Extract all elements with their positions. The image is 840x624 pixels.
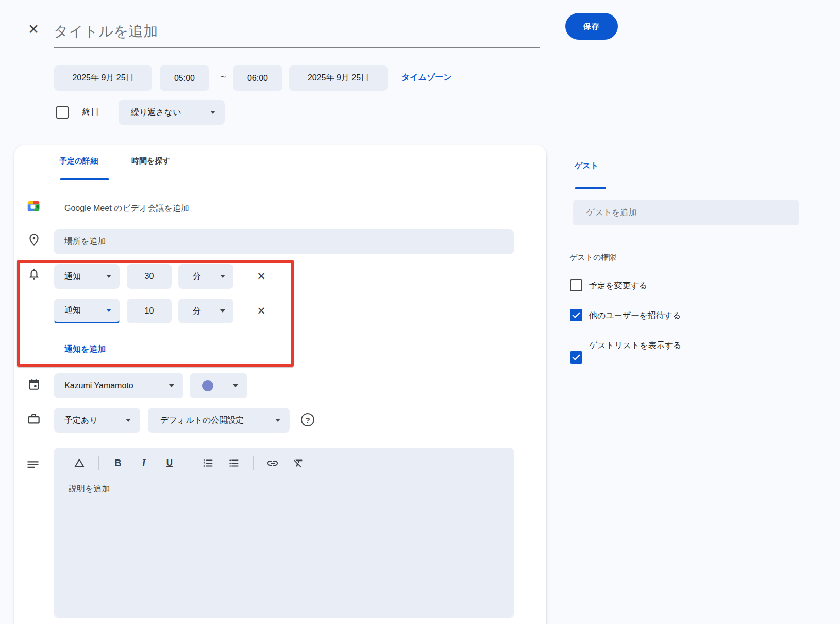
save-button-label: 保存 [583, 22, 600, 31]
start-date-value: 2025年 9月 25日 [72, 73, 133, 84]
all-day-label: 終日 [82, 107, 99, 118]
close-icon: ✕ [28, 21, 40, 38]
notification-type-dropdown-1[interactable]: 通知 [54, 264, 120, 289]
numbered-list-icon[interactable] [201, 456, 215, 470]
time-range-separator: ~ [213, 71, 233, 83]
remove-notification-icon: ✕ [257, 305, 266, 317]
calendar-owner-value: Kazumi Yamamoto [64, 381, 133, 390]
event-color-swatch-lavender [202, 380, 213, 391]
tab-find-a-time[interactable]: 時間を探す [131, 156, 171, 166]
add-guests-placeholder: ゲストを追加 [586, 207, 637, 218]
permission-label-modify-event: 予定を変更する [589, 281, 647, 291]
add-notification-link[interactable]: 通知を追加 [64, 344, 106, 355]
calendar-icon [27, 377, 41, 391]
drive-attachment-icon[interactable] [73, 456, 86, 470]
permission-label-see-guest-list: ゲストリストを表示する [589, 340, 681, 351]
notification-value-input-1[interactable]: 30 [127, 264, 172, 289]
notification-unit-dropdown-1[interactable]: 分 [178, 264, 233, 289]
notification-type-value-2: 通知 [64, 305, 81, 316]
end-time-value: 06:00 [247, 74, 268, 83]
chevron-down-icon [106, 309, 111, 312]
recurrence-dropdown[interactable]: 繰り返さない [119, 100, 225, 125]
notification-type-dropdown-2[interactable]: 通知 [54, 299, 120, 323]
toolbar-separator [189, 456, 189, 470]
remove-notification-button-1[interactable]: ✕ [253, 268, 270, 285]
calendar-event-editor: { "header": { "close_glyph": "✕", "title… [0, 0, 840, 624]
underline-icon[interactable]: U [163, 456, 176, 470]
google-meet-icon [26, 199, 41, 214]
chevron-down-icon [233, 384, 238, 387]
help-icon[interactable]: ? [301, 413, 314, 426]
notification-value-input-2[interactable]: 10 [127, 299, 172, 323]
recurrence-value: 繰り返さない [131, 107, 181, 118]
start-time-value: 05:00 [174, 74, 195, 83]
clear-formatting-icon[interactable] [292, 456, 305, 470]
chevron-down-icon [220, 275, 225, 278]
location-input[interactable]: 場所を追加 [54, 229, 514, 254]
notification-unit-value-2: 分 [193, 306, 201, 317]
chevron-down-icon [275, 419, 280, 422]
add-guests-input[interactable]: ゲストを追加 [573, 200, 799, 225]
bulleted-list-icon[interactable] [227, 456, 241, 470]
save-button[interactable]: 保存 [565, 13, 618, 40]
notification-value-2: 10 [145, 306, 154, 316]
start-date-button[interactable]: 2025年 9月 25日 [54, 65, 152, 91]
permission-checkbox-see-guest-list[interactable] [570, 351, 582, 364]
permission-checkbox-invite-others[interactable] [570, 309, 582, 321]
insert-link-icon[interactable] [266, 456, 279, 470]
chevron-down-icon [169, 384, 174, 387]
event-details-card: 予定の詳細 時間を探す Google Meet のビデオ会議を追加 場所を追加 … [14, 145, 546, 624]
description-icon [26, 457, 40, 471]
add-google-meet-button[interactable]: Google Meet のビデオ会議を追加 [64, 203, 189, 214]
visibility-dropdown[interactable]: デフォルトの公開設定 [148, 408, 290, 433]
chevron-down-icon [106, 275, 111, 278]
briefcase-icon [27, 412, 41, 426]
start-time-button[interactable]: 05:00 [160, 65, 209, 91]
location-placeholder: 場所を追加 [54, 229, 514, 247]
toolbar-separator [253, 456, 254, 470]
chevron-down-icon [210, 111, 215, 114]
italic-icon[interactable]: I [137, 456, 150, 470]
end-date-button[interactable]: 2025年 9月 25日 [289, 65, 388, 91]
calendar-owner-dropdown[interactable]: Kazumi Yamamoto [54, 373, 183, 398]
tab-guests[interactable]: ゲスト [575, 161, 598, 171]
tabs-divider [56, 180, 514, 180]
busy-status-dropdown[interactable]: 予定あり [54, 408, 140, 433]
timezone-link[interactable]: タイムゾーン [401, 72, 452, 83]
notification-unit-value-1: 分 [193, 271, 201, 282]
close-button[interactable]: ✕ [25, 21, 42, 38]
title-placeholder: タイトルを追加 [54, 17, 540, 46]
end-date-value: 2025年 9月 25日 [308, 73, 369, 84]
guests-divider [572, 189, 802, 189]
busy-status-value: 予定あり [64, 415, 98, 426]
location-pin-icon [27, 233, 41, 247]
toolbar-separator [98, 456, 99, 470]
remove-notification-button-2[interactable]: ✕ [253, 302, 270, 320]
guest-permissions-title: ゲストの権限 [569, 253, 616, 262]
end-time-button[interactable]: 06:00 [233, 65, 282, 91]
remove-notification-icon: ✕ [257, 270, 266, 283]
permission-label-invite-others: 他のユーザーを招待する [589, 310, 681, 321]
description-toolbar: B I U [73, 454, 305, 472]
all-day-checkbox[interactable] [56, 106, 69, 119]
bold-icon[interactable]: B [111, 456, 125, 470]
help-glyph: ? [305, 416, 310, 424]
permission-checkbox-modify-event[interactable] [570, 279, 582, 291]
notification-type-value-1: 通知 [64, 271, 81, 282]
title-input[interactable]: タイトルを追加 [54, 17, 540, 48]
visibility-value: デフォルトの公開設定 [160, 415, 244, 426]
bell-icon [27, 267, 41, 281]
notification-unit-dropdown-2[interactable]: 分 [178, 299, 233, 323]
notification-value-1: 30 [145, 272, 154, 281]
description-editor[interactable]: B I U [54, 448, 514, 618]
chevron-down-icon [126, 419, 131, 422]
event-color-dropdown[interactable] [190, 373, 247, 398]
chevron-down-icon [220, 309, 225, 313]
description-placeholder: 説明を追加 [69, 484, 110, 495]
tab-event-details[interactable]: 予定の詳細 [59, 156, 98, 166]
